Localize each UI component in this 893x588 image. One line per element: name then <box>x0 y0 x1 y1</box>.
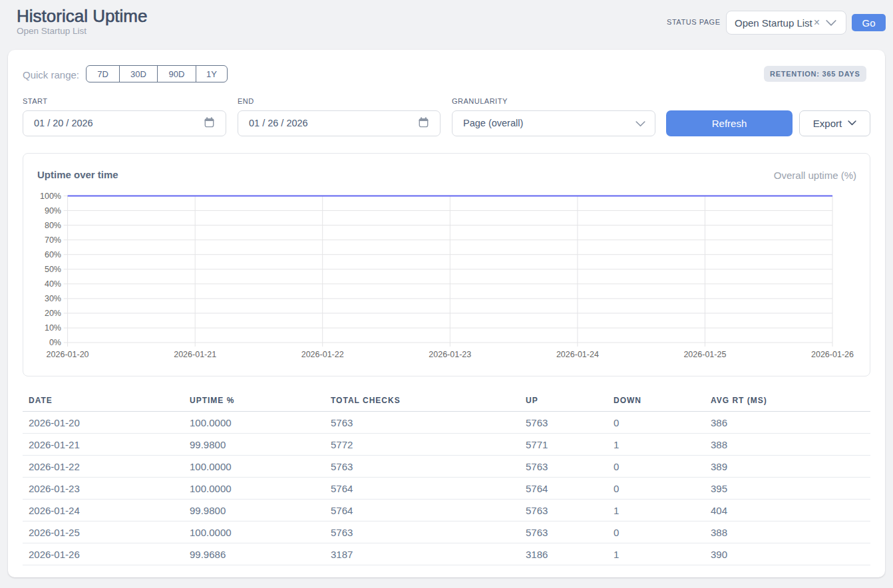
svg-text:100%: 100% <box>40 192 61 201</box>
svg-text:40%: 40% <box>45 279 61 289</box>
svg-text:80%: 80% <box>45 221 61 230</box>
svg-text:60%: 60% <box>45 250 61 259</box>
svg-text:2026-01-23: 2026-01-23 <box>429 350 471 359</box>
svg-text:2026-01-22: 2026-01-22 <box>301 350 344 359</box>
svg-text:0%: 0% <box>49 338 61 347</box>
svg-text:10%: 10% <box>45 323 61 333</box>
svg-text:20%: 20% <box>45 309 61 318</box>
svg-text:70%: 70% <box>45 235 61 245</box>
svg-text:2026-01-21: 2026-01-21 <box>174 350 216 359</box>
svg-text:90%: 90% <box>45 206 61 216</box>
svg-text:2026-01-26: 2026-01-26 <box>811 350 854 359</box>
svg-text:2026-01-24: 2026-01-24 <box>556 350 599 359</box>
svg-text:50%: 50% <box>45 265 61 274</box>
svg-text:2026-01-20: 2026-01-20 <box>47 350 89 359</box>
svg-text:30%: 30% <box>45 294 61 303</box>
svg-text:2026-01-25: 2026-01-25 <box>683 350 726 359</box>
